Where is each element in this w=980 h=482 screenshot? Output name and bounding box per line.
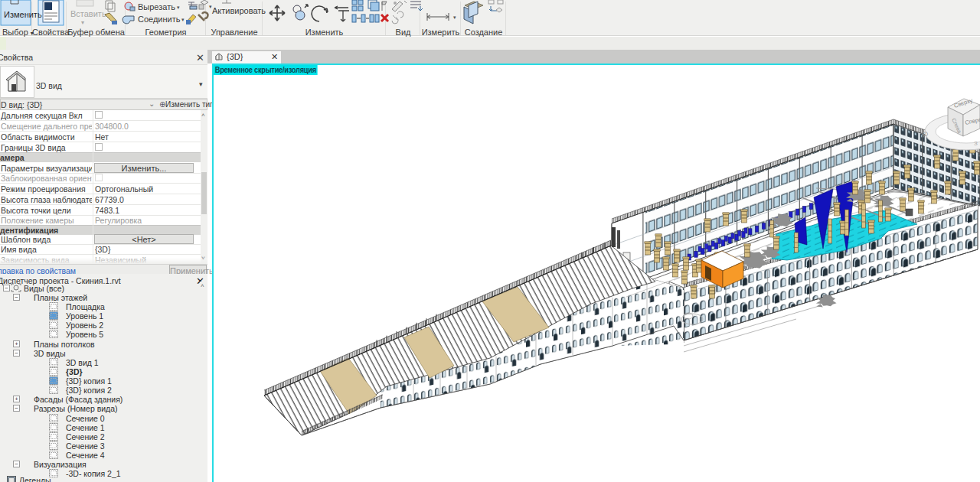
- svg-text:Вставить: Вставить: [70, 9, 106, 18]
- svg-text:▾: ▾: [453, 15, 456, 20]
- svg-text:Активировать: Активировать: [212, 6, 266, 15]
- svg-text:▾: ▾: [177, 5, 180, 10]
- svg-text:▾: ▾: [81, 19, 84, 26]
- svg-text:Соединить: Соединить: [138, 15, 181, 24]
- svg-text:Вырезать: Вырезать: [138, 2, 175, 11]
- svg-text:З: З: [974, 140, 978, 147]
- svg-text:▾: ▾: [181, 17, 185, 22]
